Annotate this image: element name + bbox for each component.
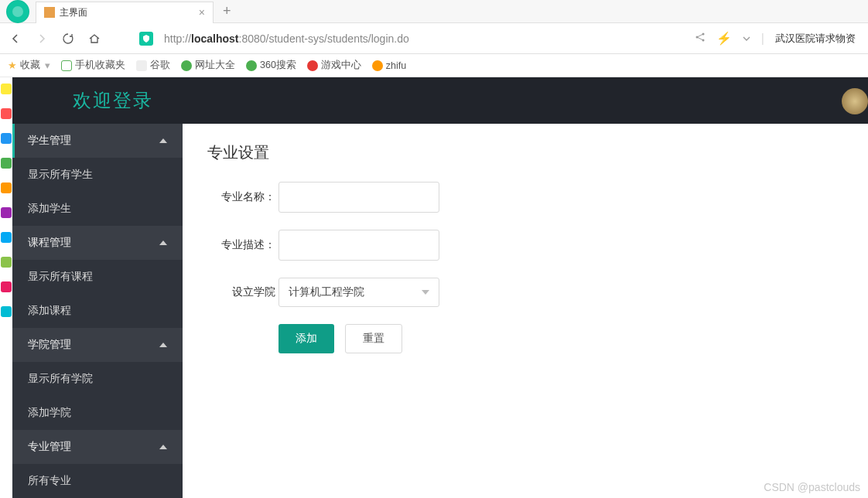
bookmark-360[interactable]: 360搜索 <box>246 59 296 72</box>
news-link[interactable]: 武汉医院请求物资 <box>775 32 856 46</box>
edge-icon[interactable] <box>1 158 12 169</box>
menu-group-course[interactable]: 课程管理 <box>12 226 183 260</box>
tab-favicon-icon <box>44 7 55 18</box>
menu-group-student[interactable]: 学生管理 <box>12 124 183 158</box>
chevron-up-icon <box>159 240 167 245</box>
chevron-up-icon <box>159 445 167 449</box>
menu-item-show-students[interactable]: 显示所有学生 <box>12 158 183 192</box>
app-title: 欢迎登录 <box>73 88 153 113</box>
menu-item-all-majors[interactable]: 所有专业 <box>12 464 183 498</box>
menu-group-major[interactable]: 专业管理 <box>12 430 183 464</box>
main-content: 专业设置 专业名称： 专业描述： 设立学院 计算机工程学院 添加 重置 <box>183 124 868 498</box>
bookmark-google[interactable]: 谷歌 <box>136 59 170 72</box>
chevron-down-icon[interactable] <box>743 32 750 46</box>
edge-icon[interactable] <box>1 207 12 218</box>
app-container: 欢迎登录 学生管理 显示所有学生 添加学生 课程管理 显示所有课程 添加课程 学… <box>12 77 868 498</box>
edge-icon[interactable] <box>1 133 12 144</box>
page-title: 专业设置 <box>207 142 843 163</box>
major-name-input[interactable] <box>279 182 439 213</box>
browser-tab-bar: 主界面 × + <box>0 0 868 23</box>
edge-icon[interactable] <box>1 257 12 268</box>
home-button[interactable] <box>87 31 102 46</box>
college-select-value: 计算机工程学院 <box>289 285 364 299</box>
new-tab-button[interactable]: + <box>223 3 231 19</box>
pay-icon <box>372 60 383 71</box>
globe-icon <box>181 60 192 71</box>
address-bar: http://localhost:8080/student-sys/studen… <box>0 23 868 54</box>
page-icon <box>136 60 147 71</box>
share-icon[interactable] <box>695 32 706 46</box>
edge-icon[interactable] <box>1 281 12 292</box>
avatar[interactable] <box>842 88 868 114</box>
menu-item-add-course[interactable]: 添加课程 <box>12 294 183 328</box>
major-desc-input[interactable] <box>279 230 439 261</box>
edge-icon[interactable] <box>1 84 12 94</box>
bookmarks-bar: ★收藏▾ 手机收藏夹 谷歌 网址大全 360搜索 游戏中心 zhifu <box>0 54 868 77</box>
watermark: CSDN @pastclouds <box>764 481 860 493</box>
bookmark-urls[interactable]: 网址大全 <box>181 59 235 72</box>
back-button[interactable] <box>8 31 23 46</box>
browser-side-panel <box>0 77 12 317</box>
submit-button[interactable]: 添加 <box>279 324 334 353</box>
edge-icon[interactable] <box>1 306 12 317</box>
edge-icon[interactable] <box>1 108 12 119</box>
college-select[interactable]: 计算机工程学院 <box>279 278 439 307</box>
menu-item-show-colleges[interactable]: 显示所有学院 <box>12 362 183 396</box>
security-shield-icon <box>139 32 153 46</box>
url-host: localhost <box>191 32 238 45</box>
major-desc-label: 专业描述： <box>207 238 275 252</box>
edge-icon[interactable] <box>1 232 12 243</box>
reset-button[interactable]: 重置 <box>345 324 402 353</box>
url-prefix: http:// <box>164 32 191 45</box>
browser-tab[interactable]: 主界面 × <box>36 2 214 23</box>
close-tab-icon[interactable]: × <box>199 6 205 19</box>
url-path: :8080/student-sys/students/login.do <box>239 32 409 45</box>
bolt-icon[interactable]: ⚡ <box>716 31 732 46</box>
search-icon <box>246 60 257 71</box>
college-label: 设立学院 <box>207 285 275 299</box>
sidebar: 学生管理 显示所有学生 添加学生 课程管理 显示所有课程 添加课程 学院管理 显… <box>12 124 183 498</box>
forward-button[interactable] <box>34 31 50 46</box>
favorites-button[interactable]: ★收藏▾ <box>8 59 50 72</box>
url-display[interactable]: http://localhost:8080/student-sys/studen… <box>164 32 684 45</box>
refresh-button[interactable] <box>60 31 76 46</box>
major-name-label: 专业名称： <box>207 190 275 204</box>
chevron-up-icon <box>159 343 167 347</box>
game-icon <box>307 60 318 71</box>
tab-title: 主界面 <box>60 6 199 19</box>
browser-logo-icon <box>6 0 29 23</box>
menu-item-show-courses[interactable]: 显示所有课程 <box>12 260 183 294</box>
menu-item-add-college[interactable]: 添加学院 <box>12 396 183 430</box>
star-icon: ★ <box>8 60 17 71</box>
bookmark-zhifu[interactable]: zhifu <box>372 60 406 71</box>
app-header: 欢迎登录 <box>12 77 868 124</box>
bookmark-mobile[interactable]: 手机收藏夹 <box>61 59 125 72</box>
edge-icon[interactable] <box>1 182 12 193</box>
menu-item-add-student[interactable]: 添加学生 <box>12 192 183 226</box>
bookmark-games[interactable]: 游戏中心 <box>307 59 361 72</box>
mobile-icon <box>61 60 72 71</box>
menu-group-college[interactable]: 学院管理 <box>12 328 183 362</box>
chevron-up-icon <box>159 138 167 143</box>
chevron-down-icon <box>422 290 429 295</box>
